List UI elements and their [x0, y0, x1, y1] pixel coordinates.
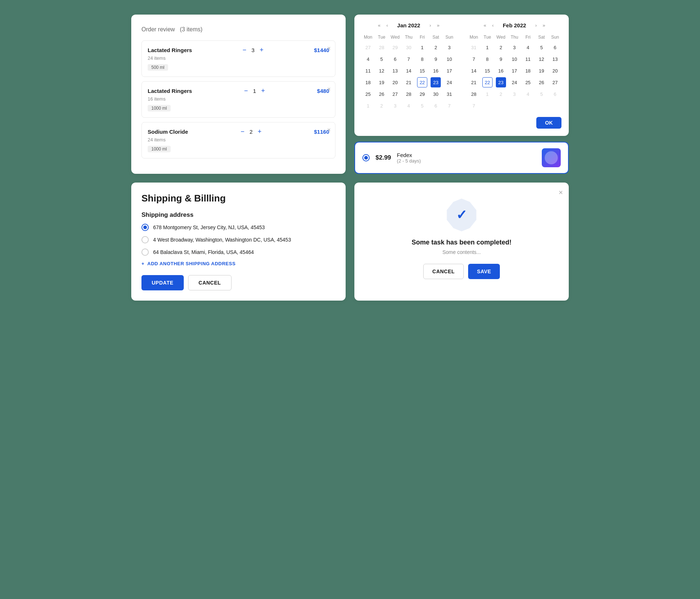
cal-day[interactable]: 5 — [377, 54, 387, 64]
cal-day[interactable]: 5 — [417, 101, 427, 111]
calendar-ok-button[interactable]: OK — [536, 117, 561, 129]
cal-day[interactable]: 15 — [417, 66, 427, 76]
cal-day[interactable]: 11 — [363, 66, 373, 76]
feb-prev-button[interactable]: ‹ — [491, 22, 495, 29]
cal-day[interactable]: 8 — [417, 54, 427, 64]
feb-next-next-button[interactable]: » — [541, 22, 547, 29]
cal-day[interactable]: 3 — [509, 42, 520, 52]
cal-day[interactable]: 30 — [404, 42, 414, 52]
cal-day[interactable]: 17 — [509, 66, 520, 76]
cal-day[interactable]: 5 — [536, 89, 547, 99]
cal-day[interactable]: 29 — [390, 42, 400, 52]
cal-day[interactable]: 2 — [496, 42, 506, 52]
cal-day[interactable]: 11 — [523, 54, 533, 64]
cal-day[interactable]: 1 — [482, 42, 493, 52]
qty-increase-2-button[interactable]: + — [260, 87, 266, 94]
cal-day[interactable]: 16 — [431, 66, 441, 76]
update-button[interactable]: UPDATE — [141, 275, 184, 290]
cal-day[interactable]: 6 — [431, 101, 441, 111]
close-item-2-button[interactable]: × — [327, 86, 331, 93]
cal-day[interactable]: 13 — [390, 66, 400, 76]
cal-day[interactable]: 13 — [550, 54, 560, 64]
jan-prev-prev-button[interactable]: « — [376, 22, 382, 29]
cal-day[interactable]: 3 — [509, 89, 520, 99]
address-option-3[interactable]: 64 Balaclava St, Miami, Florida, USA, 45… — [141, 248, 335, 256]
cal-day[interactable]: 24 — [509, 77, 520, 87]
qty-decrease-1-button[interactable]: − — [242, 47, 247, 53]
cal-day[interactable]: 31 — [469, 42, 479, 52]
cal-day[interactable]: 2 — [496, 89, 506, 99]
cal-day[interactable]: 1 — [417, 42, 427, 52]
cal-day[interactable]: 3 — [390, 101, 400, 111]
cal-day[interactable]: 6 — [550, 42, 560, 52]
qty-increase-3-button[interactable]: + — [257, 128, 262, 135]
shipping-radio-selected[interactable] — [362, 154, 370, 161]
cal-day[interactable]: 14 — [404, 66, 414, 76]
address-radio-2[interactable] — [141, 236, 149, 243]
cal-day[interactable]: 16 — [496, 66, 506, 76]
cal-day[interactable]: 12 — [536, 54, 547, 64]
cal-day[interactable]: 17 — [444, 66, 454, 76]
cal-day[interactable]: 31 — [444, 89, 454, 99]
cal-day[interactable]: 23 — [496, 77, 506, 87]
cal-day[interactable]: 24 — [444, 77, 454, 87]
jan-next-next-button[interactable]: » — [435, 22, 441, 29]
address-radio-3[interactable] — [141, 248, 149, 256]
cal-day[interactable]: 14 — [469, 66, 479, 76]
cal-day[interactable]: 30 — [431, 89, 441, 99]
cal-day[interactable]: 7 — [404, 54, 414, 64]
cal-day[interactable]: 23 — [431, 77, 441, 87]
cal-day[interactable]: 2 — [431, 42, 441, 52]
jan-prev-button[interactable]: ‹ — [385, 22, 389, 29]
cal-day[interactable]: 26 — [536, 77, 547, 87]
cal-day[interactable]: 5 — [536, 42, 547, 52]
cal-day[interactable]: 20 — [550, 66, 560, 76]
cal-day[interactable]: 10 — [444, 54, 454, 64]
close-item-3-button[interactable]: × — [327, 127, 331, 133]
cal-day[interactable]: 27 — [363, 42, 373, 52]
address-option-1[interactable]: 678 Montgomery St, Jersey City, NJ, USA,… — [141, 224, 335, 231]
cal-day[interactable]: 7 — [444, 101, 454, 111]
cal-day[interactable]: 22 — [417, 77, 427, 87]
cal-day[interactable]: 15 — [482, 66, 493, 76]
cal-day[interactable]: 7 — [469, 101, 479, 111]
cal-day[interactable]: 27 — [390, 89, 400, 99]
cal-day[interactable]: 2 — [377, 101, 387, 111]
dialog-cancel-button[interactable]: CANCEL — [423, 264, 464, 279]
cal-day[interactable]: 21 — [469, 77, 479, 87]
cal-day[interactable]: 18 — [523, 66, 533, 76]
cal-day[interactable]: 19 — [377, 77, 387, 87]
cal-day[interactable]: 25 — [363, 89, 373, 99]
cal-day[interactable]: 28 — [404, 89, 414, 99]
cancel-shipping-button[interactable]: CANCEL — [188, 275, 232, 290]
qty-increase-1-button[interactable]: + — [259, 47, 264, 53]
cal-day[interactable]: 20 — [390, 77, 400, 87]
feb-next-button[interactable]: › — [534, 22, 538, 29]
cal-day[interactable]: 9 — [431, 54, 441, 64]
cal-day[interactable]: 29 — [417, 89, 427, 99]
cal-day[interactable]: 9 — [496, 54, 506, 64]
cal-day[interactable]: 12 — [377, 66, 387, 76]
cal-day[interactable]: 4 — [404, 101, 414, 111]
cal-day[interactable]: 27 — [550, 77, 560, 87]
cal-day[interactable]: 1 — [482, 89, 493, 99]
cal-day[interactable]: 21 — [404, 77, 414, 87]
cal-day[interactable]: 8 — [482, 54, 493, 64]
address-option-2[interactable]: 4 West Broadway, Washington, Washington … — [141, 236, 335, 243]
cal-day[interactable]: 3 — [444, 42, 454, 52]
dialog-save-button[interactable]: SAVE — [468, 264, 500, 279]
qty-decrease-3-button[interactable]: − — [240, 128, 245, 135]
cal-day[interactable]: 10 — [509, 54, 520, 64]
cal-day[interactable]: 22 — [482, 77, 493, 87]
cal-day[interactable]: 7 — [469, 54, 479, 64]
dialog-close-button[interactable]: × — [559, 188, 563, 197]
cal-day[interactable]: 28 — [377, 42, 387, 52]
cal-day[interactable]: 4 — [523, 42, 533, 52]
add-address-button[interactable]: + ADD ANOTHER SHIPPING ADDRESS — [141, 261, 236, 266]
cal-day[interactable]: 28 — [469, 89, 479, 99]
cal-day[interactable]: 6 — [390, 54, 400, 64]
cal-day[interactable]: 6 — [550, 89, 560, 99]
cal-day[interactable]: 4 — [363, 54, 373, 64]
feb-prev-prev-button[interactable]: « — [482, 22, 487, 29]
cal-day[interactable]: 4 — [523, 89, 533, 99]
